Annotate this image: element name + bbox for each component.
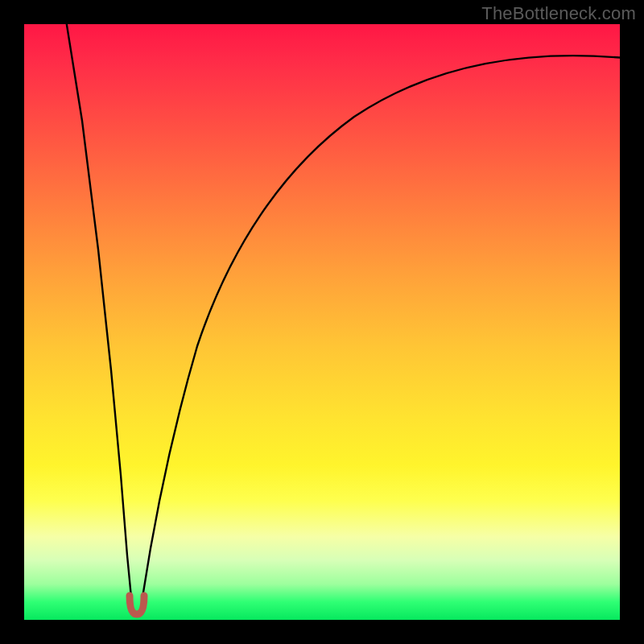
curve-right-branch (142, 56, 620, 597)
chart-container: TheBottleneck.com (0, 0, 644, 644)
valley-u-mark (130, 596, 144, 614)
watermark-text: TheBottleneck.com (481, 3, 636, 24)
curve-left-branch (66, 24, 131, 597)
plot-area (24, 24, 620, 620)
curve-layer (24, 24, 620, 620)
